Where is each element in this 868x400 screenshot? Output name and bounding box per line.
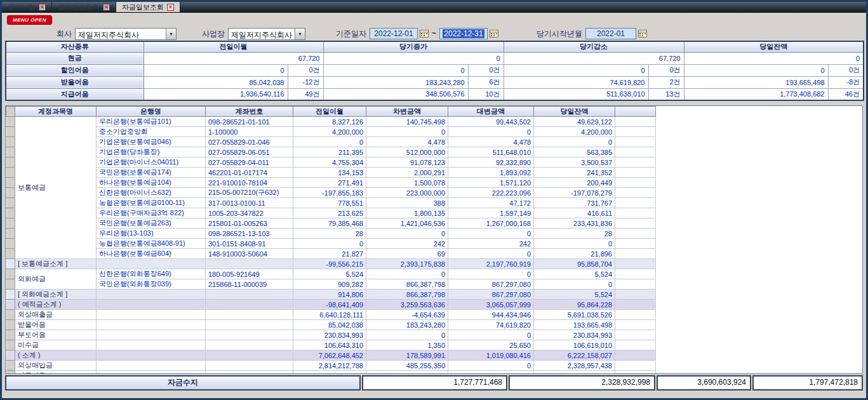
account-number-cell: 1005-203-347822	[206, 208, 293, 218]
tab-close-icon[interactable]: ×	[103, 4, 110, 11]
row-selector[interactable]	[6, 208, 15, 218]
row-selector[interactable]	[6, 320, 15, 330]
row-selector[interactable]	[6, 279, 15, 290]
blank-cell	[615, 310, 656, 320]
detail-row[interactable]: [ 외화예금소계 ]914,806866,387,798867,297,0805…	[6, 290, 656, 300]
detail-row[interactable]: 기업은행(보통예금046)027-055829-01-04604,4784,47…	[6, 137, 656, 147]
tab-close-icon[interactable]: ×	[39, 4, 46, 11]
row-selector[interactable]	[6, 229, 15, 239]
detail-row[interactable]: 중소기업중앙회1-1000004,200,000004,200,000	[6, 127, 656, 137]
detail-row[interactable]: 외상매입금2,814,212,788485,255,35002,328,957,…	[6, 361, 656, 371]
amount-cell: 223,000,000	[366, 188, 448, 198]
blank-cell	[615, 330, 656, 340]
workplace-select[interactable]: 제일저지주식회사 ▼	[228, 28, 305, 40]
row-selector[interactable]	[6, 269, 15, 279]
account-number-cell: 180-005-921649	[206, 269, 293, 279]
blank-cell	[615, 157, 656, 168]
row-selector[interactable]	[6, 300, 15, 310]
detail-row[interactable]: 보통예금우리은행(보통예금101)098-286521-01-1018,327,…	[6, 117, 656, 127]
chevron-down-icon[interactable]: ▼	[295, 29, 305, 39]
detail-row[interactable]: ( 소계 )7,062,648,452178,589,9911,019,080,…	[6, 350, 656, 361]
detail-row[interactable]: 국민은행(보통예금263)215801-01-00526379,385,4681…	[6, 218, 656, 229]
summary-amount-cell: 0	[684, 64, 828, 76]
tab-notice[interactable]: 공지사항 ×	[2, 2, 52, 12]
detail-row[interactable]: 우리은행(구매자금3억 822)1005-203-347822213,6251,…	[6, 208, 656, 218]
row-selector[interactable]	[6, 198, 15, 208]
row-selector[interactable]	[6, 168, 15, 178]
blank-cell	[615, 249, 656, 259]
account-number-cell	[206, 300, 293, 310]
account-number-cell: 027-055829-01-046	[206, 137, 293, 147]
summary-row: 지급어음1,936,540,11649건348,506,57610건511,63…	[6, 88, 864, 100]
chevron-down-icon[interactable]: ▼	[166, 29, 176, 39]
detail-row[interactable]: 국민은행(외화통장039)215868-11-000039909,282866,…	[6, 279, 656, 290]
row-selector[interactable]	[6, 350, 15, 361]
row-selector[interactable]	[6, 218, 15, 229]
tab-fund-daily-report[interactable]: 자금일보조회 ×	[116, 2, 180, 12]
detail-row[interactable]: 지급어음1,936,540,116511,638,010348,506,5761…	[6, 371, 656, 375]
detail-row[interactable]: 외화예금신한은행(외화통장649)180-005-9216495,524005,…	[6, 269, 656, 279]
bank-name-cell: 하나은행(보통예금604)	[97, 249, 206, 259]
account-label-cell: 부도어음	[15, 330, 97, 340]
calendar-icon[interactable]	[638, 29, 647, 38]
detail-row[interactable]: 농협은행(보통예금8408-91)301-0151-8408-910242242…	[6, 239, 656, 249]
company-select[interactable]: 제일저지주식회사 ▼	[75, 28, 177, 40]
row-selector[interactable]	[6, 340, 15, 350]
row-selector[interactable]	[6, 117, 15, 127]
amount-cell: 5,524	[534, 290, 615, 300]
row-selector[interactable]	[6, 147, 15, 157]
detail-row[interactable]: 부도어음230,834,99300230,834,993	[6, 330, 656, 340]
period-start-input[interactable]: 2022-01	[585, 28, 636, 39]
summary-count-cell: 6건	[468, 76, 504, 88]
amount-cell: 21,896	[534, 249, 615, 259]
tab-close-icon[interactable]: ×	[167, 4, 174, 11]
tab-voucher-entry[interactable]: 결의전표등록 ×	[52, 2, 116, 12]
amount-cell: 0	[448, 229, 534, 239]
base-date-from-input[interactable]: 2022-12-01	[370, 28, 418, 39]
row-selector[interactable]	[6, 361, 15, 371]
row-selector[interactable]	[6, 249, 15, 259]
summary-amount-cell: 67,720	[144, 52, 323, 64]
detail-row[interactable]: 기업은행(마이너스04011)027-055829-04-0114,755,30…	[6, 157, 656, 168]
row-selector[interactable]	[6, 178, 15, 188]
menu-open-button[interactable]: MENU OPEN	[7, 15, 52, 25]
row-selector[interactable]	[6, 290, 15, 300]
calendar-icon[interactable]	[490, 29, 498, 38]
account-label-cell: ( 소계 )	[15, 350, 97, 361]
summary-amount-cell: 193,665,498	[684, 76, 828, 88]
detail-row[interactable]: [ 보통예금소계 ]-99,556,2152,393,175,8382,197,…	[6, 259, 656, 269]
summary-amount-cell: 0	[504, 64, 648, 76]
row-selector[interactable]	[6, 157, 15, 168]
base-date-to-value: 2022-12-31	[443, 29, 484, 38]
detail-row[interactable]: 농협은행(보통예금0100-11)317-0013-0100-11778,551…	[6, 198, 656, 208]
row-selector[interactable]	[6, 259, 15, 269]
detail-row[interactable]: 우리은행(13-103)098-286521-13-103280028	[6, 229, 656, 239]
row-selector[interactable]	[6, 371, 15, 375]
detail-row[interactable]: ( 예적금소계 )-98,641,4093,259,563,6363,065,0…	[6, 300, 656, 310]
row-selector[interactable]	[6, 127, 15, 137]
calendar-icon[interactable]	[420, 29, 429, 38]
summary-amount-cell: 85,042,038	[144, 76, 288, 88]
base-date-to-input[interactable]: 2022-12-31	[439, 28, 488, 39]
detail-row[interactable]: 받을어음85,042,038183,243,28074,619,820193,6…	[6, 320, 656, 330]
amount-cell: 512,000,000	[366, 147, 448, 157]
blank-cell	[615, 137, 656, 147]
detail-row[interactable]: 외상매출금6,640,128,111-4,654,639944,434,9465…	[6, 310, 656, 320]
amount-cell: 1,893,092	[448, 168, 534, 178]
detail-row[interactable]: 신한은행(마이너스632)215-05-007210(구632)-197,855…	[6, 188, 656, 198]
row-selector[interactable]	[6, 188, 15, 198]
detail-row[interactable]: 하나은행(보통예금104)221-910010-78104271,4911,50…	[6, 178, 656, 188]
detail-row[interactable]: 국민은행(보통예금174)462201-01-017174134,1532,00…	[6, 168, 656, 178]
account-group-cell: 외화예금	[15, 269, 97, 290]
row-selector[interactable]	[6, 239, 15, 249]
tab-label: 결의전표등록	[58, 3, 100, 12]
row-selector[interactable]	[6, 137, 15, 147]
detail-col-credit: 대변금액	[448, 107, 534, 117]
detail-row[interactable]: 하나은행(보통예금604)148-910003-5060421,82769021…	[6, 249, 656, 259]
account-number-cell	[206, 330, 293, 340]
detail-row[interactable]: 기업은행(당좌통장)027-055829-06-051211,395512,00…	[6, 147, 656, 157]
row-selector[interactable]	[6, 330, 15, 340]
detail-row[interactable]: 미수금106,643,3101,35025,650106,619,010	[6, 340, 656, 350]
account-label-cell: 외상매입금	[15, 361, 97, 371]
row-selector[interactable]	[6, 310, 15, 320]
